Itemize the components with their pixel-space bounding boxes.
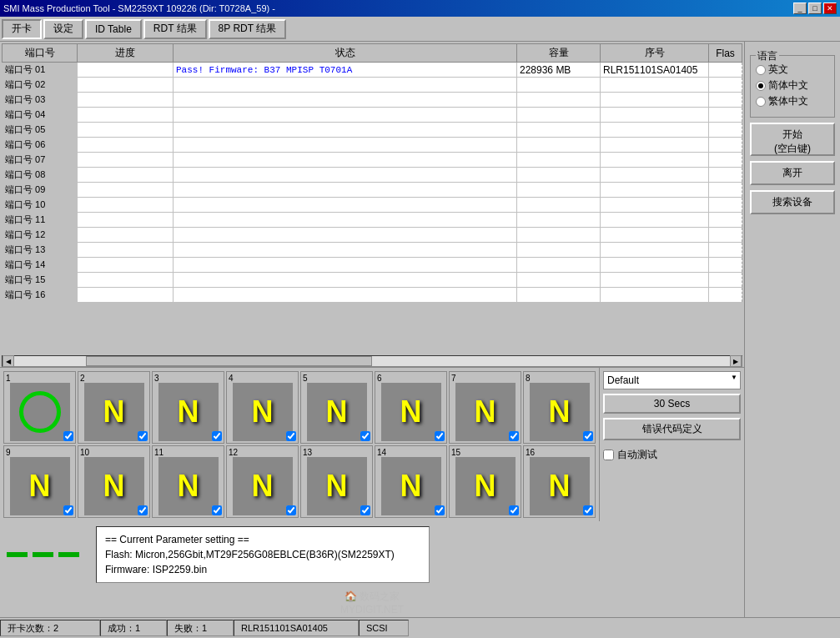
port-card-checkbox[interactable] [583,431,593,441]
port-card[interactable]: 16N [523,445,596,518]
cell-progress [78,228,174,243]
port-card-checkbox[interactable] [138,431,148,441]
close-button[interactable]: ✕ [823,3,837,14]
port-card[interactable]: 1 [3,371,76,444]
port-card-checkbox[interactable] [583,505,593,515]
port-card[interactable]: 15N [449,445,521,518]
port-card-number: 1 [6,374,11,383]
n-icon: N [400,394,422,430]
maximize-button[interactable]: □ [808,3,822,14]
status-indicators [7,552,79,557]
scroll-handle[interactable] [86,356,372,366]
port-card[interactable]: 6N [375,371,447,444]
cell-progress [78,273,174,288]
start-button[interactable]: 开始 (空白键) [750,123,835,156]
lang-simplified-option[interactable]: 简体中文 [756,78,829,93]
table-row: 端口号 11 [3,213,742,228]
cell-progress [78,168,174,183]
port-card[interactable]: 10N [78,445,150,518]
param-area: == Current Parameter setting == Flash: M… [0,521,744,588]
cell-status: Pass! Firmware: B37 MPISP T0701A [174,63,517,78]
profile-select[interactable]: Default [603,371,741,389]
minimize-button[interactable]: _ [793,3,807,14]
tab-id-table[interactable]: ID Table [85,19,142,39]
port-card[interactable]: 3N [152,371,224,444]
port-card-checkbox[interactable] [509,431,519,441]
port-card-checkbox[interactable] [360,431,370,441]
search-button[interactable]: 搜索设备 [750,190,835,214]
device-type: SCSI [359,620,409,636]
port-card[interactable]: 14N [375,445,447,518]
port-card-checkbox[interactable] [509,505,519,515]
n-icon: N [326,394,348,430]
port-card[interactable]: 8N [523,371,596,444]
cell-progress [78,93,174,108]
port-card[interactable]: 9N [3,445,76,518]
cell-capacity [517,153,601,168]
table-scrollbar[interactable]: ◀ ▶ [2,355,742,367]
cell-status [174,183,517,198]
scroll-left-arrow[interactable]: ◀ [3,355,14,367]
port-card-checkbox[interactable] [435,505,445,515]
port-card[interactable]: 5N [300,371,373,444]
cell-flash [709,63,742,78]
auto-test-option[interactable]: 自动测试 [603,448,741,462]
lang-traditional-radio[interactable] [756,97,766,107]
secs-button[interactable]: 30 Secs [603,394,741,414]
port-card[interactable]: 7N [449,371,521,444]
cell-serial [601,258,709,273]
lang-english-radio[interactable] [756,65,766,75]
cell-status [174,168,517,183]
port-card-checkbox[interactable] [286,431,296,441]
cell-capacity [517,288,601,303]
table-row: 端口号 10 [3,198,742,213]
port-card-icon: N [158,457,219,515]
dash-2 [33,552,53,557]
title-bar: SMI Mass Production Tool - SM2259XT 1092… [0,0,840,17]
cell-flash [709,198,742,213]
tab-rdt[interactable]: RDT 结果 [143,19,207,39]
port-card[interactable]: 2N [78,371,150,444]
cell-serial [601,198,709,213]
tab-kaika[interactable]: 开卡 [2,19,42,39]
window-controls[interactable]: _ □ ✕ [793,3,837,14]
scroll-track[interactable] [14,356,730,366]
port-card[interactable]: 13N [300,445,373,518]
lang-traditional-option[interactable]: 繁体中文 [756,94,829,108]
port-card-icon: N [381,383,441,441]
port-card-checkbox[interactable] [212,431,222,441]
cell-serial [601,273,709,288]
auto-test-checkbox[interactable] [603,450,614,460]
cell-capacity [517,213,601,228]
lang-traditional-label: 繁体中文 [768,94,808,108]
port-card[interactable]: 12N [226,445,299,518]
profile-select-wrapper[interactable]: Default [603,371,741,389]
insert-count: 开卡次数：2 [0,620,100,636]
port-card-checkbox[interactable] [286,505,296,515]
port-card-checkbox[interactable] [360,505,370,515]
cell-port: 端口号 11 [3,213,78,228]
lang-english-option[interactable]: 英文 [756,63,829,77]
tab-settings[interactable]: 设定 [43,19,83,39]
port-card-checkbox[interactable] [138,505,148,515]
auto-test-label: 自动测试 [617,448,657,462]
n-icon: N [549,469,571,504]
fail-count: 失败：1 [167,620,234,636]
port-card-checkbox[interactable] [435,431,445,441]
port-card-checkbox[interactable] [63,505,73,515]
port-card-icon: N [84,457,144,515]
scroll-right-arrow[interactable]: ▶ [730,355,742,367]
error-code-button[interactable]: 错误代码定义 [603,418,741,440]
cell-flash [709,213,742,228]
cell-capacity [517,108,601,123]
port-card[interactable]: 11N [152,445,224,518]
tab-8p-rdt[interactable]: 8P RDT 结果 [209,19,287,39]
cell-port: 端口号 04 [3,108,78,123]
exit-button[interactable]: 离开 [750,161,835,185]
port-card-checkbox[interactable] [63,431,73,441]
port-card[interactable]: 4N [226,371,299,444]
lang-simplified-radio[interactable] [756,81,766,91]
port-card-checkbox[interactable] [212,505,222,515]
cell-flash [709,153,742,168]
table-row: 端口号 08 [3,168,742,183]
